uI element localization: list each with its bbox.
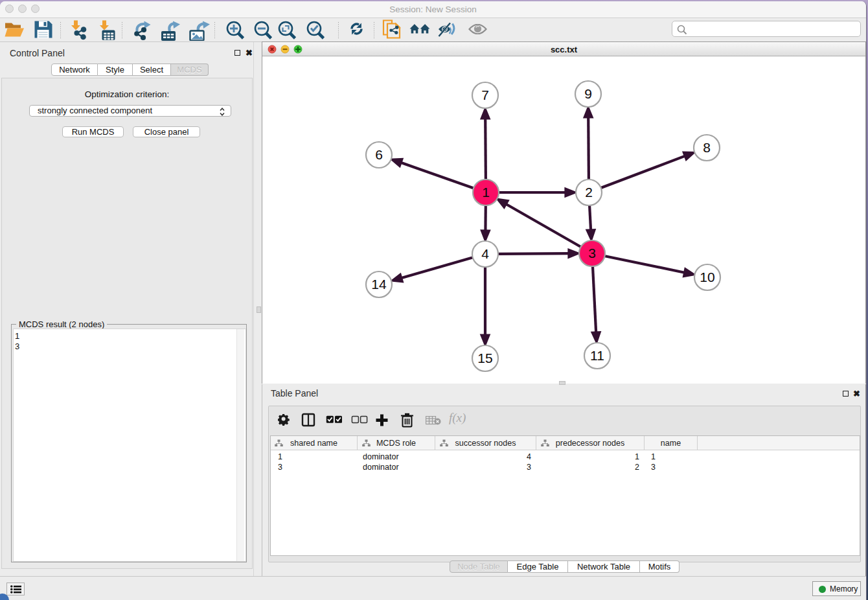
svg-text:2: 2 — [585, 185, 593, 200]
svg-text:10: 10 — [700, 270, 714, 284]
svg-text:4: 4 — [481, 246, 489, 261]
svg-text:15: 15 — [477, 351, 492, 365]
svg-text:3: 3 — [588, 246, 596, 260]
svg-text:6: 6 — [375, 147, 383, 162]
svg-text:9: 9 — [584, 86, 592, 101]
svg-text:7: 7 — [481, 87, 489, 102]
svg-text:11: 11 — [590, 348, 604, 363]
svg-text:14: 14 — [371, 277, 387, 292]
svg-text:8: 8 — [703, 140, 711, 155]
svg-text:1: 1 — [482, 185, 490, 200]
